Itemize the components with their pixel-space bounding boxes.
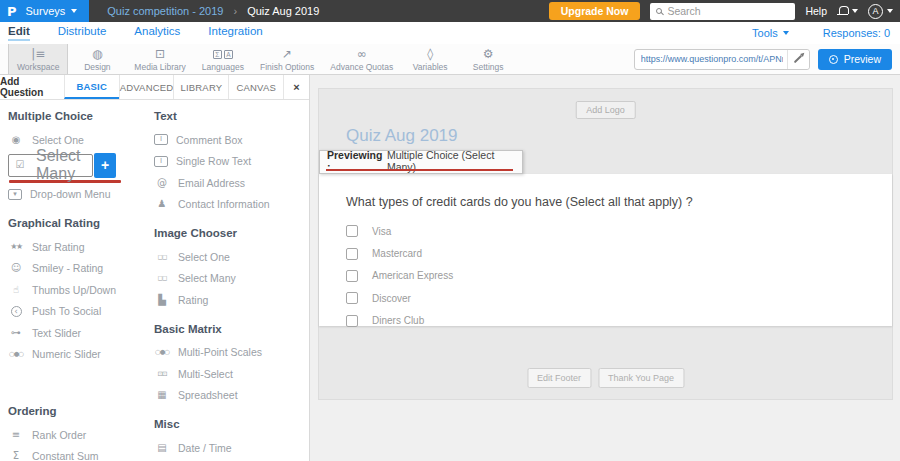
checkbox[interactable] [346,315,358,327]
toolbar-workspace[interactable]: |≡ Workspace [8,44,68,74]
question-types-col2: Text I Comment Box I Single Row Text @ E… [154,104,306,461]
qtype-date-time[interactable]: ▤ Date / Time [154,437,306,459]
tab-advanced[interactable]: ADVANCED [119,75,174,99]
toolbar-label: Settings [473,62,504,72]
chevron-down-icon [852,9,858,13]
nav-integration[interactable]: Integration [208,25,262,41]
checkbox[interactable] [346,225,358,237]
gear-icon: ⚙ [483,48,494,61]
question-types: Multiple Choice ◉ Select One ☑ Select Ma… [0,100,309,461]
qtype-email-address[interactable]: @ Email Address [154,172,306,194]
add-select-many-button[interactable]: + [94,153,116,178]
responses-count[interactable]: Responses: 0 [823,27,890,39]
edit-footer-button[interactable]: Edit Footer [527,368,591,388]
qtype-label: Numeric Slider [32,348,101,360]
option-row: Diners Club [346,310,892,332]
survey-url-box [634,49,810,70]
qtype-star-rating[interactable]: ★★ Star Rating [8,236,146,258]
section-text: Text [154,110,306,122]
magic-wand-icon: ↗ [282,48,292,61]
breadcrumb-parent[interactable]: Quiz competition - 2019 [107,5,223,17]
tab-canvas[interactable]: CANVAS [228,75,283,99]
toolbar-finish-options[interactable]: ↗ Finish Options [252,44,322,74]
stars-icon: ★★ [8,241,24,253]
toolbar-languages[interactable]: Σ A Languages [194,44,252,74]
selected-qtype-box[interactable]: ☑ Select Many [8,154,93,177]
survey-url-input[interactable] [635,54,783,64]
qtype-label: Select Many [178,272,236,284]
tab-basic[interactable]: BASIC [64,75,119,99]
qtype-single-row-text[interactable]: I Single Row Text [154,151,306,173]
tools-menu[interactable]: Tools [752,27,789,39]
account-menu[interactable]: A [868,4,893,19]
image-icon: ⊡ [155,48,165,61]
qtype-spreadsheet[interactable]: ▦ Spreadsheet [154,385,306,407]
section-ordering: Ordering [8,405,146,417]
search-input[interactable] [667,5,785,17]
qtype-numeric-slider[interactable]: ○●○ Numeric Slider [8,344,146,366]
edit-url-button[interactable] [787,50,809,69]
qtype-image-rating[interactable]: ▙ Rating [154,289,306,311]
qtype-smiley-rating[interactable]: ☺ Smiley - Rating [8,258,146,280]
dropdown-icon: ▾ [8,189,22,200]
qtype-label: Contact Information [178,198,270,210]
survey-title[interactable]: Quiz Aug 2019 [346,126,458,146]
avatar: A [868,4,883,19]
preview-button[interactable]: Preview [818,49,892,70]
scale-dots-icon: ○●○ [154,346,170,358]
section-multiple-choice: Multiple Choice [8,110,146,122]
toolbar-variables[interactable]: ◊ Variables [401,44,459,74]
qtype-select-many-selected[interactable]: ☑ Select Many + [8,153,146,178]
logo-block[interactable]: P Surveys [0,0,89,22]
surveys-menu[interactable]: Surveys [26,5,78,17]
nav-distribute[interactable]: Distribute [58,25,107,41]
smiley-icon: ☺ [8,262,24,274]
checkbox[interactable] [346,270,358,282]
upgrade-now-button[interactable]: Upgrade Now [549,2,641,20]
qtype-comment-box[interactable]: I Comment Box [154,129,306,151]
questionpro-logo-icon: P [7,4,17,19]
surveys-label: Surveys [26,5,66,17]
qtype-label: Thumbs Up/Down [32,284,116,296]
search-box[interactable] [650,3,795,20]
nav-links: Edit Distribute Analytics Integration [8,25,263,41]
nav-analytics[interactable]: Analytics [134,25,180,41]
qtype-label: Multi-Select [178,368,233,380]
qtype-thumbs-up-down[interactable]: ☝ Thumbs Up/Down [8,279,146,301]
toolbar-design[interactable]: ◍ Design [68,44,126,74]
add-logo-button[interactable]: Add Logo [575,101,636,119]
qtype-push-to-social[interactable]: ‹ Push To Social [8,301,146,323]
list-icon: ≡ [8,429,24,441]
toolbar-media-library[interactable]: ⊡ Media Library [126,44,194,74]
qtype-multi-point-scales[interactable]: ○●○ Multi-Point Scales [154,342,306,364]
qtype-multi-select[interactable]: ⊡⊡ Multi-Select [154,363,306,385]
nav-edit[interactable]: Edit [8,25,30,41]
qtype-contact-information[interactable]: ♟ Contact Information [154,194,306,216]
qtype-constant-sum[interactable]: Σ Constant Sum [8,446,146,461]
close-icon[interactable]: × [283,75,309,99]
thank-you-page-button[interactable]: Thank You Page [598,368,684,388]
footer-actions: Edit Footer Thank You Page [527,368,684,388]
qtype-label: Push To Social [32,305,101,317]
toolbar-advance-quotas[interactable]: ∞ Advance Quotas [322,44,401,74]
numeric-slider-icon: ○●○ [8,348,24,360]
qtype-text-slider[interactable]: ⊶ Text Slider [8,322,146,344]
sigma-icon: Σ [8,450,24,461]
checkbox[interactable] [346,292,358,304]
qtype-rank-order[interactable]: ≡ Rank Order [8,424,146,446]
help-link[interactable]: Help [805,5,827,17]
checkbox[interactable] [346,248,358,260]
qtype-label: Spreadsheet [178,389,238,401]
qtype-label: Email Address [178,177,245,189]
tab-library[interactable]: LIBRARY [173,75,228,99]
toolbar-settings[interactable]: ⚙ Settings [459,44,517,74]
preview-label: Preview [844,53,881,65]
qtype-image-select-one[interactable]: ◻◻ Select One [154,246,306,268]
person-icon: ♟ [154,198,170,210]
qtype-image-select-many[interactable]: ◻◻ Select Many [154,268,306,290]
option-label: Discover [372,293,411,304]
section-misc: Misc [154,418,306,430]
checkbox-grid-icon: ⊡⊡ [154,368,170,380]
qtype-dropdown-menu[interactable]: ▾ Drop-down Menu [8,184,146,206]
notifications-menu[interactable] [837,6,858,16]
